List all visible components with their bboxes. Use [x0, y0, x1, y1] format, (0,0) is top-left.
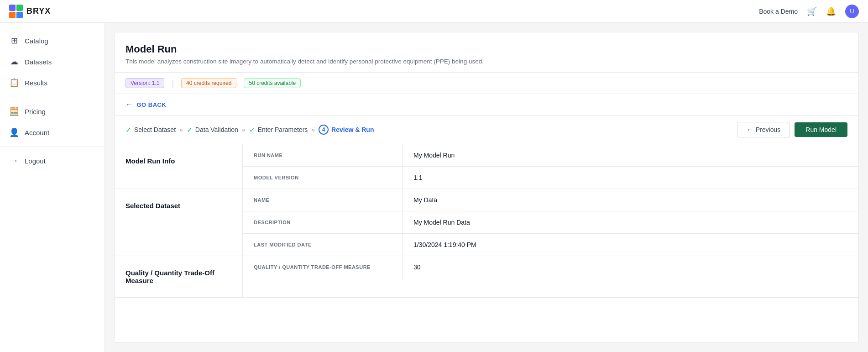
- credits-divider: |: [172, 79, 174, 88]
- credits-bar: Version: 1.1 | 40 credits required 50 cr…: [115, 73, 858, 94]
- previous-label: Previous: [756, 126, 780, 133]
- data-key-model-run-info-0: RUN NAME: [243, 144, 403, 166]
- step1-label: Select Dataset: [134, 126, 176, 133]
- go-back-button[interactable]: ← GO BACK: [125, 100, 166, 109]
- sidebar-item-datasets[interactable]: ☁ Datasets: [0, 51, 105, 72]
- logo-cell-2: [16, 5, 23, 11]
- data-row-model-run-info-1: MODEL VERSION1.1: [243, 167, 858, 189]
- page-title: Model Run: [125, 43, 847, 55]
- step-data-validation: ✓ Data Validation: [187, 126, 238, 134]
- data-value-selected-dataset-1: My Model Run Data: [403, 211, 481, 233]
- section-data-col-quality-quantity: QUALITY / QUANTITY TRADE-OFF MEASURE30: [242, 256, 858, 297]
- data-row-quality-quantity-0: QUALITY / QUANTITY TRADE-OFF MEASURE30: [243, 256, 858, 278]
- run-model-button[interactable]: Run Model: [795, 122, 847, 137]
- sidebar-item-logout[interactable]: → Logout: [0, 151, 105, 171]
- main-layout: ⊞ Catalog ☁ Datasets 📋 Results 🧮 Pricing…: [0, 23, 868, 352]
- sidebar-item-label-account: Account: [25, 129, 49, 137]
- logo: BRYX: [9, 5, 51, 18]
- step-chevron-2: »: [242, 126, 246, 133]
- credits-required-badge: 40 credits required: [181, 78, 236, 88]
- data-value-model-run-info-1: 1.1: [403, 167, 433, 189]
- avatar[interactable]: U: [845, 5, 859, 18]
- step3-label: Enter Parameters: [258, 126, 308, 133]
- stepper-bar: ✓ Select Dataset » ✓ Data Validation » ✓…: [115, 116, 858, 144]
- step3-check-icon: ✓: [249, 126, 255, 134]
- data-row-selected-dataset-0: NAMEMy Data: [243, 189, 858, 211]
- step4-num: 4: [319, 125, 329, 135]
- logout-icon: →: [9, 156, 19, 166]
- book-demo-button[interactable]: Book a Demo: [759, 8, 798, 15]
- logo-text: BRYX: [26, 6, 51, 16]
- version-badge: Version: 1.1: [125, 78, 164, 88]
- prev-arrow-icon: ←: [747, 126, 753, 133]
- section-label-col-selected-dataset: Selected Dataset: [115, 189, 242, 256]
- data-row-selected-dataset-1: DESCRIPTIONMy Model Run Data: [243, 211, 858, 234]
- sidebar: ⊞ Catalog ☁ Datasets 📋 Results 🧮 Pricing…: [0, 23, 105, 352]
- logo-grid: [9, 5, 23, 18]
- step2-label: Data Validation: [195, 126, 238, 133]
- go-back-arrow-icon: ←: [125, 100, 133, 109]
- header-right: Book a Demo 🛒 🔔 U: [759, 5, 859, 18]
- page-header: Model Run This model analyzes constructi…: [115, 32, 858, 73]
- section-label-model-run-info: Model Run Info: [125, 157, 231, 165]
- stepper-actions: ← Previous Run Model: [737, 122, 847, 137]
- data-row-selected-dataset-2: LAST MODIFIED DATE1/30/2024 1:19:40 PM: [243, 234, 858, 256]
- go-back-bar: ← GO BACK: [115, 94, 858, 116]
- data-value-quality-quantity-0: 30: [403, 256, 432, 278]
- logo-cell-4: [16, 12, 23, 18]
- stepper-steps: ✓ Select Dataset » ✓ Data Validation » ✓…: [125, 125, 374, 135]
- sidebar-item-label-catalog: Catalog: [25, 37, 48, 45]
- sidebar-divider-2: [0, 147, 105, 147]
- data-row-model-run-info-0: RUN NAMEMy Model Run: [243, 144, 858, 167]
- datasets-icon: ☁: [9, 57, 19, 67]
- sidebar-item-label-pricing: Pricing: [25, 108, 46, 116]
- go-back-label: GO BACK: [137, 101, 167, 108]
- page-description: This model analyzes construction site im…: [125, 58, 847, 65]
- bell-icon[interactable]: 🔔: [826, 6, 836, 16]
- sidebar-item-results[interactable]: 📋 Results: [0, 72, 105, 93]
- review-section-model-run-info: Model Run InfoRUN NAMEMy Model RunMODEL …: [115, 144, 858, 189]
- sidebar-item-label-logout: Logout: [25, 157, 46, 165]
- data-value-selected-dataset-0: My Data: [403, 189, 448, 211]
- cart-icon[interactable]: 🛒: [807, 6, 817, 16]
- logo-cell-1: [9, 5, 16, 11]
- step-select-dataset: ✓ Select Dataset: [125, 126, 176, 134]
- sidebar-item-catalog[interactable]: ⊞ Catalog: [0, 30, 105, 51]
- section-data-col-model-run-info: RUN NAMEMy Model RunMODEL VERSION1.1: [242, 144, 858, 189]
- catalog-icon: ⊞: [9, 36, 19, 46]
- data-key-model-run-info-1: MODEL VERSION: [243, 167, 403, 189]
- step-enter-parameters: ✓ Enter Parameters: [249, 126, 308, 134]
- data-value-model-run-info-0: My Model Run: [403, 144, 465, 166]
- sidebar-divider-1: [0, 97, 105, 97]
- section-label-col-quality-quantity: Quality / Quantity Trade-Off Measure: [115, 256, 242, 297]
- step-chevron-3: »: [311, 126, 315, 133]
- data-key-selected-dataset-1: DESCRIPTION: [243, 211, 403, 233]
- account-icon: 👤: [9, 127, 19, 137]
- data-key-quality-quantity-0: QUALITY / QUANTITY TRADE-OFF MEASURE: [243, 256, 403, 278]
- sidebar-item-label-datasets: Datasets: [25, 58, 52, 66]
- section-label-quality-quantity: Quality / Quantity Trade-Off Measure: [125, 269, 231, 284]
- step-chevron-1: »: [179, 126, 183, 133]
- data-value-selected-dataset-2: 1/30/2024 1:19:40 PM: [403, 234, 487, 256]
- top-header: BRYX Book a Demo 🛒 🔔 U: [0, 0, 868, 23]
- sidebar-item-account[interactable]: 👤 Account: [0, 122, 105, 143]
- section-label-selected-dataset: Selected Dataset: [125, 202, 231, 210]
- data-key-selected-dataset-0: NAME: [243, 189, 403, 211]
- content-inner: Model Run This model analyzes constructi…: [114, 32, 859, 343]
- review-sections: Model Run InfoRUN NAMEMy Model RunMODEL …: [115, 144, 858, 298]
- content-area: Model Run This model analyzes constructi…: [105, 23, 868, 352]
- data-key-selected-dataset-2: LAST MODIFIED DATE: [243, 234, 403, 256]
- sidebar-item-pricing[interactable]: 🧮 Pricing: [0, 101, 105, 122]
- review-section-quality-quantity: Quality / Quantity Trade-Off MeasureQUAL…: [115, 256, 858, 298]
- results-icon: 📋: [9, 78, 19, 88]
- credits-available-badge: 50 credits available: [244, 78, 301, 88]
- step4-label: Review & Run: [331, 126, 374, 133]
- previous-button[interactable]: ← Previous: [737, 122, 790, 137]
- sidebar-item-label-results: Results: [25, 79, 47, 87]
- logo-cell-3: [9, 12, 16, 18]
- section-label-col-model-run-info: Model Run Info: [115, 144, 242, 189]
- review-section-selected-dataset: Selected DatasetNAMEMy DataDESCRIPTIONMy…: [115, 189, 858, 256]
- step1-check-icon: ✓: [125, 126, 131, 134]
- pricing-icon: 🧮: [9, 106, 19, 116]
- step2-check-icon: ✓: [187, 126, 193, 134]
